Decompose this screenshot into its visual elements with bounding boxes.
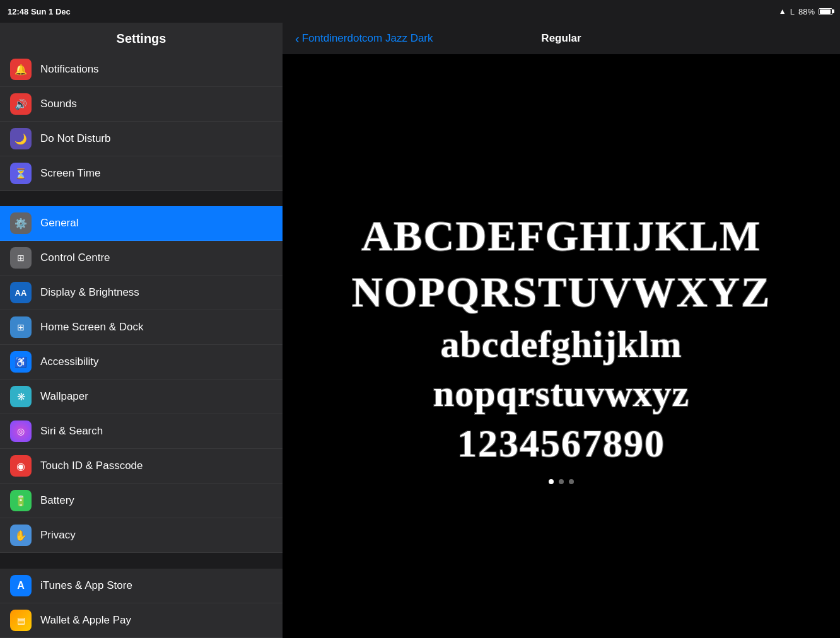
sidebar-item-accessibility[interactable]: ♿ Accessibility [0, 345, 283, 380]
general-icon: ⚙️ [10, 212, 32, 234]
sidebar-item-sounds[interactable]: 🔊 Sounds [0, 87, 283, 122]
donotdisturb-icon: 🌙 [10, 128, 32, 149]
status-indicators: ▲ L 88% [779, 7, 832, 16]
wallet-label: Wallet & Apple Pay [40, 614, 131, 627]
sounds-label: Sounds [40, 98, 77, 110]
siri-label: Siri & Search [40, 425, 103, 438]
accessibility-icon: ♿ [10, 351, 32, 373]
dot-1 [549, 479, 554, 484]
displaybrightness-label: Display & Brightness [40, 286, 139, 299]
sidebar-item-controlcentre[interactable]: ⊞ Control Centre [0, 241, 283, 276]
status-time-date: 12:48 Sun 1 Dec [8, 7, 71, 16]
battery-percentage: 88% [798, 7, 815, 16]
screentime-icon: ⏳ [10, 163, 32, 184]
font-preview-area: ABCDEFGHIJKLM NOPQRSTUVWXYZ abcdefghijkl… [283, 54, 840, 638]
font-line-uppercase-2: NOPQRSTUVWXYZ [352, 264, 771, 320]
page-dots [549, 479, 574, 484]
sidebar-item-general[interactable]: ⚙️ General [0, 206, 283, 241]
sidebar-divider-2 [0, 553, 283, 569]
sidebar-item-homescreen[interactable]: ⊞ Home Screen & Dock [0, 310, 283, 345]
battery-sidebar-icon: 🔋 [10, 490, 32, 511]
right-panel: ‹ Fontdinerdotcom Jazz Dark Regular ABCD… [283, 23, 840, 638]
dot-3 [569, 479, 574, 484]
controlcentre-icon: ⊞ [10, 247, 32, 269]
battery-icon [819, 8, 832, 15]
notifications-icon: 🔔 [10, 59, 32, 80]
notifications-label: Notifications [40, 63, 99, 76]
sidebar-divider-1 [0, 191, 283, 206]
displaybrightness-icon: AA [10, 282, 32, 303]
sidebar-item-privacy[interactable]: ✋ Privacy [0, 518, 283, 553]
font-line-lowercase-2: nopqrstuvwxyz [433, 369, 689, 418]
wallpaper-icon: ❋ [10, 386, 32, 407]
itunes-icon: A [10, 575, 32, 596]
back-label: Fontdinerdotcom Jazz Dark [302, 32, 433, 45]
general-label: General [40, 217, 78, 229]
dot-2 [559, 479, 564, 484]
siri-icon: ◎ [10, 420, 32, 442]
chevron-left-icon: ‹ [295, 32, 300, 45]
sidebar-item-wallet[interactable]: ▤ Wallet & Apple Pay [0, 603, 283, 638]
font-line-lowercase-1: abcdefghijklm [440, 320, 682, 369]
font-line-uppercase-1: ABCDEFGHIJKLM [361, 208, 761, 264]
right-header: ‹ Fontdinerdotcom Jazz Dark Regular [283, 23, 840, 54]
sidebar-title: Settings [0, 23, 283, 52]
sidebar-item-screentime[interactable]: ⏳ Screen Time [0, 156, 283, 191]
itunes-label: iTunes & App Store [40, 579, 132, 592]
wallet-icon: ▤ [10, 610, 32, 631]
status-bar: 12:48 Sun 1 Dec ▲ L 88% [0, 0, 840, 23]
privacy-icon: ✋ [10, 525, 32, 546]
homescreen-label: Home Screen & Dock [40, 321, 143, 334]
accessibility-label: Accessibility [40, 356, 99, 368]
sidebar-item-displaybrightness[interactable]: AA Display & Brightness [0, 276, 283, 310]
sidebar: Settings 🔔 Notifications 🔊 Sounds 🌙 Do N… [0, 23, 283, 638]
sidebar-item-battery[interactable]: 🔋 Battery [0, 484, 283, 518]
donotdisturb-label: Do Not Disturb [40, 132, 110, 145]
homescreen-icon: ⊞ [10, 316, 32, 338]
signal-icon: L [790, 7, 795, 16]
sidebar-item-wallpaper[interactable]: ❋ Wallpaper [0, 380, 283, 414]
sidebar-item-donotdisturb[interactable]: 🌙 Do Not Disturb [0, 122, 283, 156]
privacy-label: Privacy [40, 529, 76, 542]
page-title: Regular [541, 32, 581, 45]
font-line-numbers: 1234567890 [457, 418, 665, 469]
wallpaper-label: Wallpaper [40, 390, 88, 403]
wifi-icon: ▲ [779, 7, 786, 16]
sidebar-item-touchid[interactable]: ◉ Touch ID & Passcode [0, 449, 283, 484]
touchid-label: Touch ID & Passcode [40, 460, 143, 472]
controlcentre-label: Control Centre [40, 252, 110, 264]
touchid-icon: ◉ [10, 455, 32, 477]
main-layout: Settings 🔔 Notifications 🔊 Sounds 🌙 Do N… [0, 23, 840, 638]
back-button[interactable]: ‹ Fontdinerdotcom Jazz Dark [295, 32, 433, 45]
sidebar-item-itunes[interactable]: A iTunes & App Store [0, 569, 283, 603]
sidebar-item-siri[interactable]: ◎ Siri & Search [0, 414, 283, 449]
sounds-icon: 🔊 [10, 93, 32, 115]
sidebar-item-notifications[interactable]: 🔔 Notifications [0, 52, 283, 87]
battery-label: Battery [40, 494, 74, 507]
screentime-label: Screen Time [40, 167, 100, 180]
